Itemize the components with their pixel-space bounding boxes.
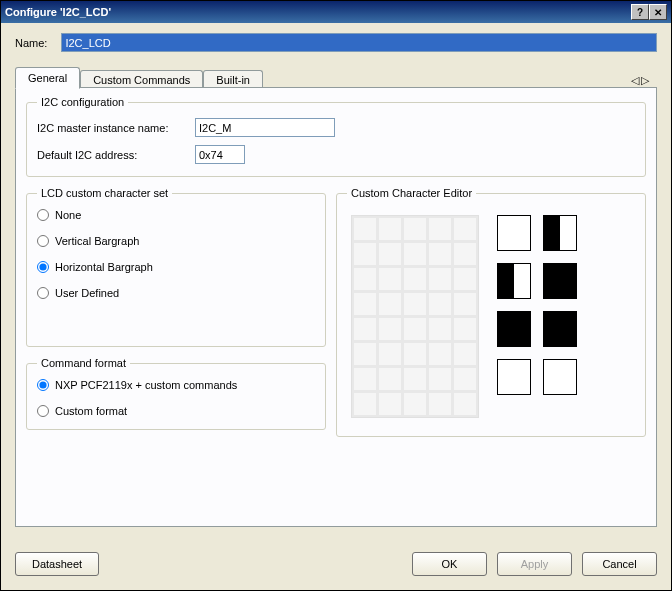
char-preview[interactable] <box>497 263 531 299</box>
radio-vertical-bargraph[interactable]: Vertical Bargraph <box>37 235 315 247</box>
char-half-right <box>514 264 530 298</box>
pixel-cell[interactable] <box>378 367 402 391</box>
apply-button[interactable]: Apply <box>497 552 572 576</box>
char-previews <box>497 215 577 395</box>
char-preview[interactable] <box>497 311 531 347</box>
radio-input[interactable] <box>37 235 49 247</box>
radio-input[interactable] <box>37 379 49 391</box>
pixel-cell[interactable] <box>378 242 402 266</box>
radio-label: None <box>55 209 81 221</box>
help-icon[interactable]: ? <box>631 4 649 20</box>
master-name-label: I2C master instance name: <box>37 122 187 134</box>
pixel-cell[interactable] <box>353 342 377 366</box>
tab-general[interactable]: General <box>15 67 80 89</box>
pixel-grid[interactable] <box>351 215 479 418</box>
radio-label: NXP PCF2119x + custom commands <box>55 379 237 391</box>
char-preview[interactable] <box>543 215 577 251</box>
group-legend: LCD custom character set <box>37 187 172 199</box>
tab-label: General <box>28 72 67 84</box>
datasheet-button[interactable]: Datasheet <box>15 552 99 576</box>
pixel-cell[interactable] <box>453 317 477 341</box>
pixel-cell[interactable] <box>428 342 452 366</box>
char-editor <box>347 209 635 424</box>
pixel-cell[interactable] <box>403 242 427 266</box>
char-preview[interactable] <box>543 263 577 299</box>
char-preview[interactable] <box>497 359 531 395</box>
tab-nav: ◁ ▷ <box>631 74 657 87</box>
pixel-cell[interactable] <box>403 267 427 291</box>
group-legend: Command format <box>37 357 130 369</box>
char-preview[interactable] <box>543 311 577 347</box>
char-preview[interactable] <box>497 215 531 251</box>
tab-prev-icon[interactable]: ◁ <box>631 74 639 87</box>
dialog-content: Name: General Custom Commands Built-in ◁… <box>1 23 671 537</box>
pixel-cell[interactable] <box>428 267 452 291</box>
name-row: Name: <box>15 33 657 52</box>
char-half-right <box>514 312 530 346</box>
default-addr-label: Default I2C address: <box>37 149 187 161</box>
tab-label: Built-in <box>216 74 250 86</box>
cancel-button[interactable]: Cancel <box>582 552 657 576</box>
radio-custom-format[interactable]: Custom format <box>37 405 315 417</box>
pixel-cell[interactable] <box>453 342 477 366</box>
pixel-cell[interactable] <box>353 267 377 291</box>
pixel-cell[interactable] <box>428 292 452 316</box>
char-half-left <box>498 360 514 394</box>
pixel-cell[interactable] <box>403 292 427 316</box>
pixel-cell[interactable] <box>428 367 452 391</box>
pixel-cell[interactable] <box>453 392 477 416</box>
char-preview[interactable] <box>543 359 577 395</box>
radio-label: Horizontal Bargraph <box>55 261 153 273</box>
radio-input[interactable] <box>37 287 49 299</box>
pixel-cell[interactable] <box>378 217 402 241</box>
tab-panel-general: I2C configuration I2C master instance na… <box>15 87 657 527</box>
pixel-cell[interactable] <box>428 317 452 341</box>
radio-user-defined[interactable]: User Defined <box>37 287 315 299</box>
pixel-cell[interactable] <box>453 292 477 316</box>
char-half-left <box>498 312 514 346</box>
radio-input[interactable] <box>37 209 49 221</box>
name-label: Name: <box>15 37 47 49</box>
button-bar: Datasheet OK Apply Cancel <box>15 552 657 576</box>
pixel-cell[interactable] <box>378 342 402 366</box>
radio-input[interactable] <box>37 405 49 417</box>
group-legend: Custom Character Editor <box>347 187 476 199</box>
pixel-cell[interactable] <box>403 392 427 416</box>
pixel-cell[interactable] <box>378 317 402 341</box>
pixel-cell[interactable] <box>378 292 402 316</box>
pixel-cell[interactable] <box>428 242 452 266</box>
pixel-cell[interactable] <box>353 217 377 241</box>
pixel-cell[interactable] <box>403 217 427 241</box>
pixel-cell[interactable] <box>428 392 452 416</box>
ok-button[interactable]: OK <box>412 552 487 576</box>
pixel-cell[interactable] <box>453 217 477 241</box>
tab-next-icon[interactable]: ▷ <box>641 74 649 87</box>
radio-label: Custom format <box>55 405 127 417</box>
char-half-right <box>514 360 530 394</box>
pixel-cell[interactable] <box>403 317 427 341</box>
master-name-input[interactable] <box>195 118 335 137</box>
char-half-left <box>498 216 514 250</box>
radio-input[interactable] <box>37 261 49 273</box>
radio-horizontal-bargraph[interactable]: Horizontal Bargraph <box>37 261 315 273</box>
close-icon[interactable]: ✕ <box>649 4 667 20</box>
pixel-cell[interactable] <box>353 292 377 316</box>
pixel-cell[interactable] <box>428 217 452 241</box>
radio-label: User Defined <box>55 287 119 299</box>
radio-none[interactable]: None <box>37 209 315 221</box>
pixel-cell[interactable] <box>453 267 477 291</box>
pixel-cell[interactable] <box>453 367 477 391</box>
pixel-cell[interactable] <box>378 267 402 291</box>
pixel-cell[interactable] <box>353 392 377 416</box>
radio-nxp-pcf2119x[interactable]: NXP PCF2119x + custom commands <box>37 379 315 391</box>
pixel-cell[interactable] <box>353 242 377 266</box>
char-half-left <box>544 312 560 346</box>
pixel-cell[interactable] <box>353 317 377 341</box>
name-input[interactable] <box>61 33 657 52</box>
pixel-cell[interactable] <box>453 242 477 266</box>
pixel-cell[interactable] <box>353 367 377 391</box>
pixel-cell[interactable] <box>378 392 402 416</box>
pixel-cell[interactable] <box>403 342 427 366</box>
pixel-cell[interactable] <box>403 367 427 391</box>
default-addr-input[interactable] <box>195 145 245 164</box>
